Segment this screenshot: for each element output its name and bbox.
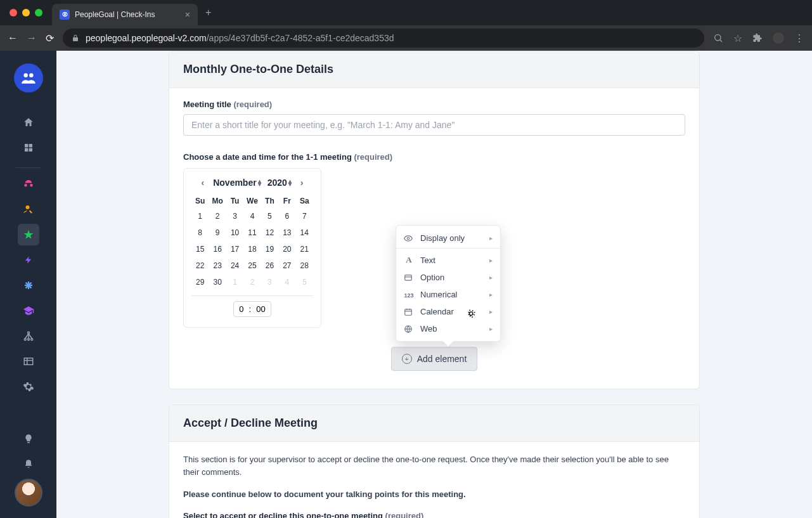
hour-value: 0 (239, 304, 243, 314)
reload-button[interactable]: ⟳ (46, 32, 54, 44)
user-avatar[interactable] (15, 479, 42, 507)
popover-item-web[interactable]: Web▸ (396, 320, 500, 337)
tab-title: PeopleGoal | Check-Ins (75, 10, 155, 19)
menu-icon[interactable]: ⋮ (794, 32, 804, 44)
minimize-window-button[interactable] (22, 9, 30, 16)
new-tab-button[interactable]: + (205, 7, 211, 18)
chevron-right-icon: ▸ (489, 325, 493, 332)
cal-dow: Tu (226, 194, 243, 208)
cal-day[interactable]: 6 (278, 208, 295, 224)
cal-day[interactable]: 22 (191, 257, 209, 274)
sidebar-graduation[interactable] (18, 300, 39, 321)
popover-item-option[interactable]: Option▸ (396, 269, 500, 286)
url-input[interactable]: peoplegoal.peoplegoal-v2.com/apps/4e37db… (63, 29, 704, 48)
popover-item-text[interactable]: AText▸ (396, 251, 500, 269)
profile-icon[interactable] (773, 32, 784, 44)
cal-dow: Fr (278, 194, 295, 208)
sidebar-network[interactable] (18, 325, 39, 347)
cal-day[interactable]: 5 (261, 208, 278, 224)
tab-bar: ⦿ PeopleGoal | Check-Ins × + (0, 0, 812, 25)
tab-favicon-icon: ⦿ (60, 10, 70, 20)
cal-prev-button[interactable]: ‹ (199, 178, 207, 188)
svg-line-18 (25, 333, 28, 339)
url-text: peoplegoal.peoplegoal-v2.com/apps/4e37db… (86, 33, 394, 43)
cal-day[interactable]: 26 (261, 257, 278, 274)
sidebar-settings[interactable] (18, 376, 39, 398)
cal-day[interactable]: 4 (243, 208, 261, 224)
meeting-title-label: Meeting title (required) (183, 100, 685, 109)
calendar-separator (191, 295, 313, 296)
cal-day[interactable]: 29 (191, 274, 209, 290)
cal-day[interactable]: 4 (278, 274, 295, 290)
search-icon[interactable] (713, 33, 723, 43)
cal-year-select[interactable]: 2020▴▾ (267, 178, 292, 188)
close-window-button[interactable] (10, 9, 17, 16)
meeting-title-input[interactable] (183, 114, 685, 136)
cal-day[interactable]: 2 (243, 274, 261, 290)
cal-day[interactable]: 21 (296, 241, 313, 257)
cal-day[interactable]: 20 (278, 241, 295, 257)
cal-day[interactable]: 24 (226, 257, 243, 274)
add-element-button[interactable]: + Add element (391, 347, 478, 371)
cal-day[interactable]: 1 (191, 208, 209, 224)
tab-close-icon[interactable]: × (185, 10, 190, 20)
popover-item-display-only[interactable]: Display only▸ (396, 230, 500, 249)
browser-chrome: ⦿ PeopleGoal | Check-Ins × + ← → ⟳ peopl… (0, 0, 812, 51)
cal-day[interactable]: 27 (278, 257, 295, 274)
cal-day[interactable]: 14 (296, 224, 313, 241)
app-logo[interactable] (14, 63, 43, 93)
sidebar-table[interactable] (18, 351, 39, 372)
forward-button[interactable]: → (27, 32, 37, 44)
sidebar-star[interactable] (18, 224, 39, 245)
maximize-window-button[interactable] (35, 9, 42, 16)
cal-icon (404, 308, 414, 316)
chevron-right-icon: ▸ (489, 257, 493, 264)
popover-item-numerical[interactable]: 123Numerical▸ (396, 286, 500, 303)
cal-day[interactable]: 16 (209, 241, 226, 257)
time-input[interactable]: 0 : 00 (233, 301, 271, 317)
eye-icon (404, 234, 414, 243)
sidebar-bell[interactable] (18, 453, 39, 475)
sidebar-grid[interactable] (18, 137, 39, 159)
cal-day[interactable]: 18 (243, 241, 261, 257)
back-button[interactable]: ← (8, 32, 18, 44)
svg-rect-7 (29, 148, 32, 152)
cal-day[interactable]: 17 (226, 241, 243, 257)
cal-day[interactable]: 28 (296, 257, 313, 274)
sidebar-incognito[interactable] (18, 173, 39, 195)
cal-month-select[interactable]: November▴▾ (213, 178, 261, 188)
cal-day[interactable]: 23 (209, 257, 226, 274)
browser-actions: ☆ ⋮ (713, 32, 804, 44)
cal-day[interactable]: 13 (278, 224, 295, 241)
cal-day[interactable]: 8 (191, 224, 209, 241)
cal-dow: Su (191, 194, 209, 208)
browser-tab[interactable]: ⦿ PeopleGoal | Check-Ins × (52, 4, 198, 25)
sidebar-person-edit[interactable] (18, 198, 39, 220)
cal-day[interactable]: 15 (191, 241, 209, 257)
cal-day[interactable]: 25 (243, 257, 261, 274)
bookmark-icon[interactable]: ☆ (733, 32, 742, 44)
cal-day[interactable]: 2 (209, 208, 226, 224)
sidebar-asterisk[interactable] (18, 275, 39, 296)
cal-day[interactable]: 1 (226, 274, 243, 290)
minute-value: 00 (256, 304, 265, 314)
cal-day[interactable]: 10 (226, 224, 243, 241)
cal-day[interactable]: 9 (209, 224, 226, 241)
cal-day[interactable]: 3 (226, 208, 243, 224)
cal-day[interactable]: 11 (243, 224, 261, 241)
cal-day[interactable]: 3 (261, 274, 278, 290)
cal-day[interactable]: 5 (296, 274, 313, 290)
cal-day[interactable]: 30 (209, 274, 226, 290)
cal-day[interactable]: 12 (261, 224, 278, 241)
cal-next-button[interactable]: › (298, 178, 306, 188)
datetime-label: Choose a date and time for the 1-1 meeti… (183, 152, 685, 162)
sidebar-lightbulb[interactable] (18, 428, 39, 450)
cal-day[interactable]: 7 (296, 208, 313, 224)
details-card: Monthly One-to-One Details Meeting title… (169, 51, 700, 389)
chevron-right-icon: ▸ (489, 308, 493, 315)
sidebar-home[interactable] (18, 112, 39, 133)
sidebar-bolt[interactable] (18, 249, 39, 271)
popover-item-calendar[interactable]: Calendar▸ (396, 303, 500, 320)
extensions-icon[interactable] (752, 33, 763, 43)
cal-day[interactable]: 19 (261, 241, 278, 257)
